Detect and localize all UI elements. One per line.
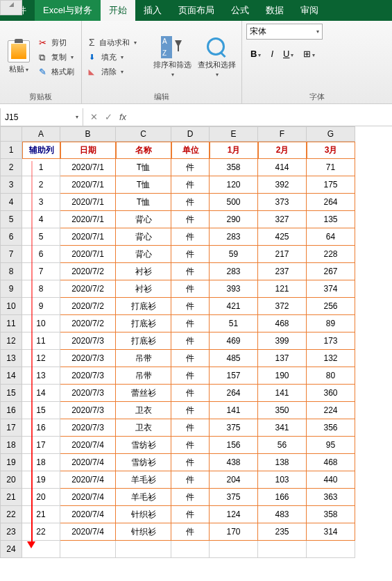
menu-tab[interactable]: 审阅	[292, 0, 327, 21]
cell[interactable]: 170	[210, 523, 258, 541]
cell[interactable]: 485	[210, 350, 258, 367]
cell[interactable]: 374	[307, 280, 355, 298]
column-header[interactable]: G	[307, 126, 355, 142]
cell[interactable]: 件	[171, 419, 210, 437]
cell[interactable]: 500	[210, 194, 258, 211]
cell[interactable]	[60, 541, 116, 558]
cell[interactable]: 2020/7/4	[60, 489, 116, 506]
cell[interactable]: 2020/7/4	[60, 523, 116, 541]
cut-button[interactable]: 剪切	[36, 36, 77, 49]
cell[interactable]: 156	[210, 437, 258, 454]
cell[interactable]: 256	[307, 298, 355, 315]
cell[interactable]: 13	[22, 367, 60, 385]
paste-button[interactable]: 粘贴▾	[4, 24, 33, 90]
cell[interactable]: 件	[171, 315, 210, 332]
cell[interactable]: 件	[171, 471, 210, 489]
cell[interactable]: 件	[171, 211, 210, 228]
cell[interactable]: 283	[210, 263, 258, 280]
cell[interactable]: 421	[210, 298, 258, 315]
cell[interactable]: 打底衫	[116, 315, 171, 332]
cell[interactable]: 175	[307, 176, 355, 194]
cell[interactable]: T恤	[116, 176, 171, 194]
cell[interactable]: 141	[210, 402, 258, 419]
cell[interactable]: 138	[258, 454, 307, 471]
cell[interactable]: 件	[171, 402, 210, 419]
cell[interactable]: 3月	[307, 142, 355, 159]
cell[interactable]: 件	[171, 228, 210, 246]
cell[interactable]: 2020/7/1	[60, 246, 116, 263]
menu-tab[interactable]: 插入	[135, 0, 170, 21]
column-header[interactable]: D	[171, 126, 210, 142]
cell[interactable]: 针织衫	[116, 506, 171, 523]
cell[interactable]: 5	[22, 228, 60, 246]
cell[interactable]: 羊毛衫	[116, 489, 171, 506]
copy-button[interactable]: 复制▾	[36, 51, 77, 64]
cell[interactable]: 件	[171, 176, 210, 194]
cell[interactable]: 204	[210, 471, 258, 489]
row-header[interactable]: 3	[0, 176, 22, 194]
cell[interactable]: 件	[171, 159, 210, 176]
format-painter-button[interactable]: 格式刷	[36, 65, 77, 78]
row-header[interactable]: 5	[0, 211, 22, 228]
menu-tab[interactable]: 公式	[223, 0, 257, 21]
row-header[interactable]: 12	[0, 332, 22, 350]
cell[interactable]: 件	[171, 298, 210, 315]
cell[interactable]: 283	[210, 228, 258, 246]
cell[interactable]: 件	[171, 332, 210, 350]
column-header[interactable]: C	[116, 126, 171, 142]
cell[interactable]: 141	[258, 385, 307, 402]
cell[interactable]: T恤	[116, 194, 171, 211]
cell[interactable]: 314	[307, 523, 355, 541]
cell[interactable]: 4	[22, 211, 60, 228]
cell[interactable]: 件	[171, 437, 210, 454]
cell[interactable]: 121	[258, 280, 307, 298]
cell[interactable]: 360	[307, 385, 355, 402]
menu-tab[interactable]: 开始	[101, 0, 135, 21]
cell[interactable]: 15	[22, 402, 60, 419]
cell[interactable]: 414	[258, 159, 307, 176]
row-header[interactable]: 13	[0, 350, 22, 367]
cell[interactable]: 件	[171, 385, 210, 402]
formula-input[interactable]	[133, 108, 392, 126]
border-button[interactable]: ⊞▾	[299, 47, 319, 61]
cell[interactable]: 针织衫	[116, 523, 171, 541]
row-header[interactable]: 4	[0, 194, 22, 211]
cell[interactable]: 3	[22, 194, 60, 211]
row-header[interactable]: 9	[0, 280, 22, 298]
cell[interactable]: 卫衣	[116, 419, 171, 437]
menu-tab[interactable]: 页面布局	[170, 0, 223, 21]
cell[interactable]: 2020/7/3	[60, 419, 116, 437]
cell[interactable]: 件	[171, 263, 210, 280]
cell[interactable]: 10	[22, 315, 60, 332]
column-header[interactable]: E	[210, 126, 258, 142]
cell[interactable]: 2020/7/4	[60, 454, 116, 471]
cell[interactable]: 件	[171, 246, 210, 263]
cell[interactable]: 468	[307, 454, 355, 471]
cell[interactable]: 17	[22, 437, 60, 454]
cell[interactable]: 吊带	[116, 350, 171, 367]
cell[interactable]: 7	[22, 263, 60, 280]
cell[interactable]: 2020/7/3	[60, 385, 116, 402]
cell[interactable]: 89	[307, 315, 355, 332]
cell[interactable]: 483	[258, 506, 307, 523]
cell[interactable]: 单位	[171, 142, 210, 159]
cell[interactable]: 132	[307, 350, 355, 367]
cell[interactable]: 217	[258, 246, 307, 263]
cell[interactable]: 157	[210, 367, 258, 385]
dialog-launcher-icon[interactable]: ◢	[0, 0, 22, 15]
cell[interactable]: 51	[210, 315, 258, 332]
cell[interactable]: 440	[307, 471, 355, 489]
column-header[interactable]: B	[60, 126, 116, 142]
cell[interactable]	[116, 541, 171, 558]
cell[interactable]: 打底衫	[116, 332, 171, 350]
cell[interactable]: 135	[307, 211, 355, 228]
row-header[interactable]: 14	[0, 367, 22, 385]
cancel-formula-button[interactable]: ✕	[90, 112, 98, 122]
cell[interactable]: 425	[258, 228, 307, 246]
cell[interactable]: 356	[307, 419, 355, 437]
row-header[interactable]: 6	[0, 228, 22, 246]
row-header[interactable]: 16	[0, 402, 22, 419]
cell[interactable]: 327	[258, 211, 307, 228]
cell[interactable]: 件	[171, 454, 210, 471]
cell[interactable]: 2020/7/4	[60, 437, 116, 454]
